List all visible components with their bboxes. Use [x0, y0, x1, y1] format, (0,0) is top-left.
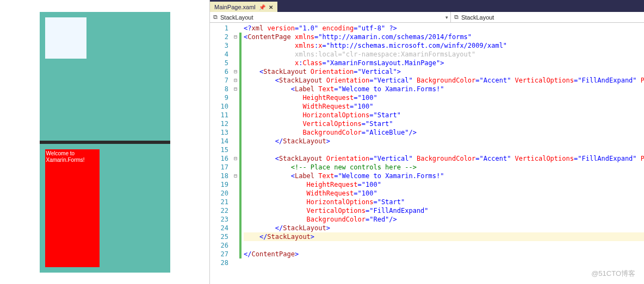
chevron-down-icon[interactable]: ▾ — [445, 15, 448, 20]
code-text[interactable]: <?xml version="1.0" encoding="utf-8" ?><… — [242, 23, 644, 284]
layout-icon: ⧉ — [213, 14, 218, 21]
preview-bottom-stacklayout: Welcome to Xamarin.Forms! — [40, 144, 170, 273]
code-area[interactable]: 1234567891011121314151617181920212223242… — [210, 23, 644, 284]
designer-preview-pane: Welcome to Xamarin.Forms! — [0, 0, 210, 284]
preview-label-red: Welcome to Xamarin.Forms! — [45, 149, 100, 267]
file-tab-mainpage[interactable]: MainPage.xaml 📌 ✕ — [210, 2, 277, 12]
breadcrumb-bar: ⧉ StackLayout ▾ ⧉ StackLayout ▾ — [210, 12, 644, 23]
layout-icon: ⧉ — [454, 14, 459, 21]
preview-label-aliceblue — [45, 17, 86, 59]
preview-label-2b: Xamarin.Forms! — [46, 157, 85, 163]
fold-gutter[interactable]: ⊟⊟⊟⊟⊟⊟ — [232, 23, 239, 284]
file-tab-label: MainPage.xaml — [214, 4, 256, 10]
code-editor-pane: MainPage.xaml 📌 ✕ ⧉ StackLayout ▾ ⧉ Stac… — [210, 0, 644, 284]
breadcrumb-left[interactable]: ⧉ StackLayout ▾ — [210, 12, 451, 22]
tab-strip: MainPage.xaml 📌 ✕ — [210, 0, 644, 12]
preview-top-stacklayout — [40, 12, 170, 141]
breadcrumb-right-label: StackLayout — [461, 14, 494, 21]
breadcrumb-left-label: StackLayout — [220, 14, 253, 21]
preview-label-2a: Welcome to — [46, 150, 75, 156]
line-number-gutter: 1234567891011121314151617181920212223242… — [210, 23, 232, 284]
close-icon[interactable]: ✕ — [269, 4, 273, 10]
device-frame: Welcome to Xamarin.Forms! — [40, 12, 170, 273]
breadcrumb-right[interactable]: ⧉ StackLayout ▾ — [451, 12, 644, 22]
pin-icon[interactable]: 📌 — [259, 4, 265, 10]
